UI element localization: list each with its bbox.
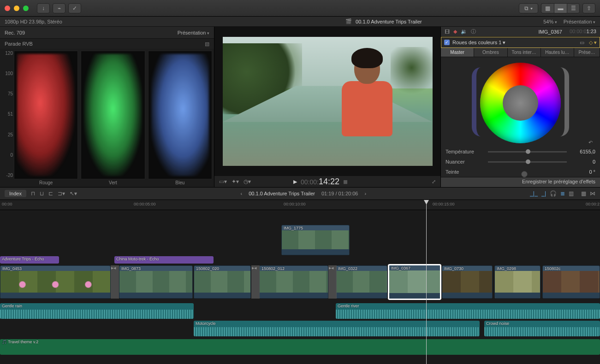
timeline-fwd-icon[interactable]: ›: [364, 191, 366, 196]
music-travel-theme[interactable]: 🎵 Travel theme v.2: [0, 339, 600, 355]
clip-0322[interactable]: IMG_0322: [336, 265, 387, 299]
hue-value[interactable]: 0 °: [570, 169, 595, 175]
browser-toggle[interactable]: ▦: [541, 3, 554, 13]
close-icon[interactable]: [5, 6, 10, 11]
keyword-button[interactable]: ⌁: [53, 3, 65, 13]
append-clip-icon[interactable]: ⊏: [48, 190, 53, 197]
timeline-back-icon[interactable]: ‹: [241, 191, 243, 196]
seg-preset[interactable]: Prése…: [574, 48, 600, 57]
color-tab-icon[interactable]: ◆: [453, 29, 457, 35]
connected-clip[interactable]: IMG_1775: [281, 225, 350, 255]
lane-icon[interactable]: ▥: [569, 190, 574, 197]
scopes-presentation-menu[interactable]: Présentation: [178, 30, 209, 35]
clip-150802-020[interactable]: 150802_020: [194, 265, 251, 299]
seg-mids[interactable]: Tons inter…: [508, 48, 541, 57]
inspector-toggle[interactable]: ☰: [567, 3, 580, 13]
clip-150802c[interactable]: 150802c: [542, 265, 600, 299]
tint-value[interactable]: 0: [570, 159, 595, 164]
transition[interactable]: [111, 265, 119, 299]
scopes-panel: Rec. 709 Présentation Parade RVB ▧ 120 1…: [0, 27, 214, 187]
ruler-mark-15: 00:00:15:00: [433, 202, 455, 206]
bg-tasks-button[interactable]: ✓: [68, 3, 81, 13]
video-tab-icon[interactable]: 🎞: [445, 29, 450, 35]
color-effect-row[interactable]: ✓ Roues des couleurs 1 ▾ ▭ ◇ ▾: [441, 37, 600, 48]
seg-shadows[interactable]: Ombres: [474, 48, 507, 57]
share-button[interactable]: ⇧: [582, 3, 595, 13]
hue-dial[interactable]: [488, 171, 528, 173]
brightness-arc[interactable]: [560, 67, 569, 136]
overwrite-clip-icon[interactable]: ⊐▾: [58, 190, 65, 197]
playhead[interactable]: [426, 200, 427, 364]
transition[interactable]: [251, 265, 260, 299]
import-button[interactable]: ↓: [37, 3, 50, 13]
play-icon[interactable]: ▶: [293, 179, 297, 185]
retime-icon[interactable]: ◷▾: [244, 178, 251, 185]
tint-slider[interactable]: [488, 161, 567, 163]
clip-0730[interactable]: IMG_0730: [442, 265, 493, 299]
tools-menu[interactable]: ↖▾: [70, 190, 77, 197]
insert-clip-icon[interactable]: ⊔: [40, 190, 44, 197]
audio-motorcycle[interactable]: Motorcycle: [194, 321, 480, 336]
clip-label: 150802c: [545, 266, 561, 271]
color-wheel[interactable]: [480, 63, 561, 143]
effect-enable-checkbox[interactable]: ✓: [444, 40, 450, 45]
scope-blue: Bleu: [148, 51, 212, 185]
temperature-value[interactable]: 6155,0: [570, 149, 595, 154]
audio-tab-icon[interactable]: 🔉: [461, 29, 467, 35]
solo-icon[interactable]: 🎧: [550, 190, 557, 197]
keyframe-icon[interactable]: ◇ ▾: [589, 40, 597, 46]
wheel-segments: Master Ombres Tons inter… Hautes lu… Pré…: [441, 48, 600, 57]
viewer-presentation-menu[interactable]: Présentation: [564, 19, 595, 24]
audio-gentle-river[interactable]: Gentle river: [336, 303, 600, 319]
audio-skim-icon[interactable]: ⎯|: [541, 190, 546, 197]
timeline[interactable]: 00:00 00:00:05:00 00:00:10:00 00:00:15:0…: [0, 200, 600, 364]
layout-menu[interactable]: ⧉ ▾: [519, 3, 538, 13]
snapping-icon[interactable]: ≣: [560, 190, 565, 197]
effect-name-menu[interactable]: Roues des couleurs 1 ▾: [452, 40, 580, 46]
zoom-menu[interactable]: 54%: [543, 19, 557, 24]
main-panes: Rec. 709 Présentation Parade RVB ▧ 120 1…: [0, 27, 600, 187]
fullscreen-icon[interactable]: ⤢: [432, 179, 436, 185]
ruler-mark-5: 00:00:05:00: [134, 202, 156, 206]
viewer-canvas[interactable]: [214, 27, 440, 176]
timeline-tracks: IMG_1775 Adventure Trips - Écho China Mo…: [0, 210, 600, 364]
scope-green-label: Vert: [81, 179, 145, 185]
reset-wheel-icon[interactable]: ↶: [588, 140, 593, 146]
minimize-icon[interactable]: [14, 6, 19, 11]
scopes-colorspace: Rec. 709: [5, 30, 25, 35]
transition[interactable]: [328, 265, 337, 299]
clip-label: 🎵 Travel theme v.2: [2, 340, 38, 344]
timeline-ruler[interactable]: 00:00 00:00:05:00 00:00:10:00 00:00:15:0…: [0, 200, 600, 210]
title-clip-2[interactable]: China Moto-trek - Écho: [114, 256, 214, 264]
mask-icon[interactable]: ▭: [580, 40, 584, 46]
title-clip-1[interactable]: Adventure Trips - Écho: [0, 256, 59, 264]
clip-150802-012[interactable]: 150802_012: [259, 265, 328, 299]
viewer-panel: ▭▾ ✦▾ ◷▾ ▶ 00:00:14:22 ▮▮ ⤢: [214, 27, 441, 187]
index-button[interactable]: Index: [5, 190, 26, 197]
clip-label: Gentle river: [338, 304, 359, 308]
clip-0453[interactable]: IMG_0453: [0, 265, 111, 299]
seg-master[interactable]: Master: [441, 48, 474, 57]
timeline-project-name: 00.1.0 Adventure Trips Trailer: [249, 191, 315, 196]
clip-0873[interactable]: IMG_0873: [119, 265, 193, 299]
timeline-toggle[interactable]: ▬: [554, 3, 567, 13]
transitions-browser-icon[interactable]: ⋈: [590, 190, 595, 197]
scopes-settings-icon[interactable]: ▧: [205, 41, 209, 47]
audio-gentle-rain[interactable]: Gentle rain: [0, 303, 194, 319]
clip-appearance-icon[interactable]: ▭▾: [219, 178, 227, 185]
seg-highs[interactable]: Hautes lu…: [541, 48, 574, 57]
project-title: 00.1.0 Adventure Trips Trailer: [356, 19, 422, 24]
effects-icon[interactable]: ✦▾: [232, 178, 239, 185]
info-tab-icon[interactable]: ⓘ: [471, 28, 476, 35]
saturation-arc[interactable]: [472, 67, 481, 136]
connect-clip-icon[interactable]: ⊓: [31, 190, 35, 197]
clip-0367-selected[interactable]: IMG_0367: [388, 264, 441, 299]
scopes-yaxis: 120 100 75 51 25 0 -20: [2, 51, 13, 178]
save-preset-button[interactable]: Enregistrer le préréglage d'effets: [441, 177, 600, 187]
skimming-icon[interactable]: ⎯|⎯: [530, 190, 538, 197]
temperature-slider[interactable]: [488, 151, 567, 153]
audio-crowd[interactable]: Crowd noise: [484, 321, 600, 336]
effects-browser-icon[interactable]: ▦: [581, 190, 586, 197]
clip-0298[interactable]: IMG_0298: [494, 265, 541, 299]
maximize-icon[interactable]: [23, 6, 29, 11]
